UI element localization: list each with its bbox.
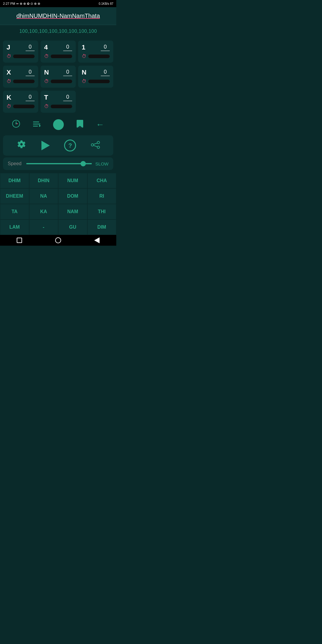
syllable-dim[interactable]: DIM (87, 219, 117, 235)
speed-slider[interactable] (26, 163, 92, 164)
beat-label-t: T (44, 94, 48, 101)
beat-label-k: K (7, 94, 11, 101)
title-section: dhimNUMDHIN-NamNamThata (0, 7, 116, 25)
syllable-cha[interactable]: CHA (87, 173, 117, 188)
svg-point-10 (97, 146, 100, 148)
help-icon-label: ? (68, 142, 72, 149)
beat-track-n1[interactable] (51, 80, 72, 83)
syllable-grid: DHIM DHIN NUM CHA DHEEM NA DOM RI TA KA … (0, 172, 116, 235)
bookmark-icon[interactable] (76, 119, 84, 130)
home-icon (55, 237, 61, 243)
beat-cell-n2[interactable]: N 0 ⏱ (78, 66, 113, 88)
speedometer-icon-n1: ⏱ (44, 79, 49, 84)
status-left: 2:27 PM ▪▪ ⊕ ⊕ ✿ ⊙ ⊕ ⊕ (3, 2, 40, 6)
beat-track-j[interactable] (13, 55, 35, 58)
beat-cell-j[interactable]: J 0 ⏱ (3, 41, 38, 63)
beat-value-j: 0 (26, 44, 35, 51)
nav-stop-button[interactable] (15, 236, 24, 244)
beat-cell-k[interactable]: K 0 ⏱ (3, 91, 38, 113)
controls-row: ← (0, 116, 116, 134)
syllable-dhin[interactable]: DHIN (29, 173, 58, 188)
record-button[interactable] (53, 119, 64, 130)
syllable-na[interactable]: NA (29, 188, 58, 204)
beat-label-x: X (7, 69, 11, 76)
beat-cell-1[interactable]: 1 0 ⏱ (78, 41, 113, 63)
syllable-dhim[interactable]: DHIM (0, 173, 29, 188)
stop-icon (17, 238, 22, 243)
svg-point-1 (16, 123, 17, 124)
svg-line-12 (94, 145, 97, 147)
status-bar: 2:27 PM ▪▪ ⊕ ⊕ ✿ ⊙ ⊕ ⊕ 0.1KB/s 87 (0, 0, 116, 7)
speed-value: SLOW (95, 161, 109, 166)
speed-section: Speed SLOW (3, 157, 113, 170)
beat-cell-4[interactable]: 4 0 ⏱ (41, 41, 76, 63)
beat-value-n1: 0 (63, 69, 72, 76)
speedometer-icon-k: ⏱ (7, 104, 11, 109)
speedometer-icon-4: ⏱ (44, 54, 49, 59)
beat-value-n2: 0 (101, 69, 110, 76)
syllable-ri[interactable]: RI (87, 188, 117, 204)
beat-cell-t[interactable]: T 0 ⏱ (41, 91, 76, 113)
beat-grid-row3: K 0 ⏱ T 0 ⏱ (0, 91, 116, 116)
syllable-dash[interactable]: - (29, 219, 58, 235)
status-right: 0.1KB/s 87 (99, 2, 113, 5)
bottom-nav (0, 235, 116, 246)
syllable-lam[interactable]: LAM (0, 219, 29, 235)
beat-track-1[interactable] (88, 55, 110, 58)
speedometer-icon-j: ⏱ (7, 54, 11, 59)
status-network: 0.1KB/s 87 (99, 2, 113, 5)
settings-icon[interactable] (16, 140, 27, 151)
beat-label-n1: N (44, 69, 49, 76)
beat-value-4: 0 (63, 44, 72, 51)
beat-track-n2[interactable] (88, 80, 110, 83)
beat-cell-x[interactable]: X 0 ⏱ (3, 66, 38, 88)
svg-line-11 (94, 143, 97, 144)
beat-track-x[interactable] (13, 80, 35, 83)
queue-icon[interactable] (32, 120, 41, 129)
nav-back-button[interactable] (93, 236, 101, 244)
nav-home-button[interactable] (54, 236, 62, 244)
beat-cell-n1[interactable]: N 0 ⏱ (41, 66, 76, 88)
pattern-display: 100,100,100,100,100,100,100,100 (0, 25, 116, 38)
help-button[interactable]: ? (64, 140, 76, 151)
action-section: ? (3, 135, 113, 156)
beat-value-k: 0 (26, 94, 35, 101)
beat-value-x: 0 (26, 69, 35, 76)
syllable-dom[interactable]: DOM (58, 188, 87, 204)
play-button[interactable] (41, 141, 50, 150)
beat-grid-row2: X 0 ⏱ N 0 ⏱ N 0 ⏱ (0, 66, 116, 91)
syllable-thi[interactable]: THI (87, 204, 117, 219)
beat-label-n2: N (82, 69, 86, 76)
svg-point-9 (91, 144, 94, 146)
speed-label: Speed (8, 161, 23, 166)
beat-value-t: 0 (63, 94, 72, 101)
beat-label-1: 1 (82, 44, 85, 51)
syllable-ta[interactable]: TA (0, 204, 29, 219)
speedometer-icon-1: ⏱ (82, 54, 86, 59)
tempo-control-icon[interactable] (12, 120, 20, 130)
svg-marker-5 (39, 125, 41, 127)
beat-label-4: 4 (44, 44, 48, 51)
share-icon[interactable] (91, 140, 100, 151)
syllable-ka[interactable]: KA (29, 204, 58, 219)
beat-track-k[interactable] (13, 105, 35, 108)
svg-point-8 (97, 141, 100, 144)
back-arrow-icon[interactable]: ← (96, 120, 104, 129)
syllable-dheem[interactable]: DHEEM (0, 188, 29, 204)
status-icons: ▪▪ ⊕ ⊕ ✿ ⊙ ⊕ ⊕ (16, 2, 40, 6)
syllable-gu[interactable]: GU (58, 219, 87, 235)
beat-track-t[interactable] (51, 105, 72, 108)
pattern-value: 100,100,100,100,100,100,100,100 (19, 29, 97, 34)
speedometer-icon-x: ⏱ (7, 79, 11, 84)
beat-label-j: J (7, 44, 10, 51)
syllable-num[interactable]: NUM (58, 173, 87, 188)
beat-grid-row1: J 0 ⏱ 4 0 ⏱ 1 0 ⏱ (0, 38, 116, 66)
beat-cell-empty (78, 91, 113, 113)
syllable-nam[interactable]: NAM (58, 204, 87, 219)
beat-value-1: 0 (101, 44, 110, 51)
speedometer-icon-n2: ⏱ (82, 79, 86, 84)
beat-track-4[interactable] (51, 55, 72, 58)
speedometer-icon-t: ⏱ (44, 104, 49, 109)
status-time: 2:27 PM (3, 2, 15, 5)
app-title: dhimNUMDHIN-NamNamThata (16, 13, 100, 19)
